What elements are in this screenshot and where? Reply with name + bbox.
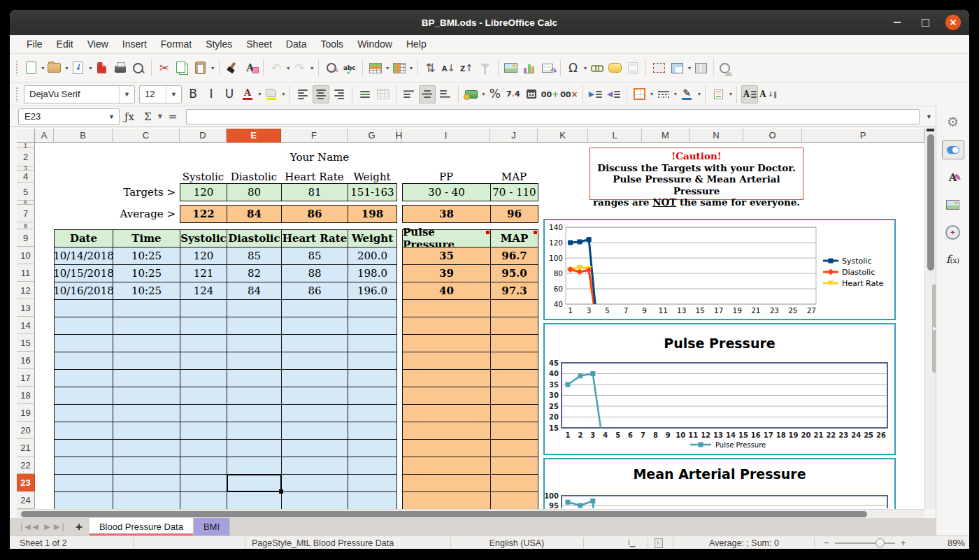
cell-F20[interactable]	[281, 422, 348, 440]
gallery-icon[interactable]	[943, 196, 964, 214]
new-document-dropdown-icon[interactable]: ▼	[41, 66, 45, 71]
cell-E23[interactable]	[227, 474, 282, 492]
cell-C22[interactable]	[113, 457, 180, 475]
select-all-corner[interactable]	[17, 129, 35, 143]
cell-D20[interactable]	[180, 422, 227, 440]
last-sheet-icon[interactable]: ▶❘	[54, 522, 64, 531]
pivot-table-icon[interactable]	[539, 59, 556, 77]
cell-E18[interactable]	[227, 387, 282, 405]
cell-targets-label[interactable]: Targets >	[113, 183, 180, 201]
spreadsheet-grid[interactable]: ABCDEFGHIJKLMNOP123456789101112131415161…	[17, 128, 924, 509]
border-style-icon[interactable]	[655, 85, 672, 103]
cell-D16[interactable]	[180, 352, 227, 370]
menu-insert[interactable]: Insert	[115, 38, 154, 50]
cell-C18[interactable]	[113, 387, 180, 405]
cell-target-I5[interactable]: 30 - 40	[402, 183, 491, 201]
undo-dropdown-icon[interactable]: ▼	[286, 66, 291, 71]
cell-J24[interactable]	[490, 491, 538, 509]
cell-J17[interactable]	[490, 369, 538, 387]
cell-F19[interactable]	[281, 404, 348, 422]
insert-column-dropdown-icon[interactable]: ▼	[409, 66, 414, 71]
clear-formatting-icon[interactable]: A	[242, 59, 259, 77]
cell-B19[interactable]	[54, 404, 113, 422]
cell-F12[interactable]: 86	[281, 282, 348, 300]
cell-E22[interactable]	[227, 457, 282, 475]
number-format-icon[interactable]: 7.4	[505, 85, 522, 103]
row-header-22[interactable]: 22	[17, 457, 35, 474]
insert-image-icon[interactable]	[503, 59, 520, 77]
cell-metric-label-E4[interactable]: Diastolic	[227, 171, 281, 183]
cell-C17[interactable]	[113, 369, 180, 387]
functions-icon[interactable]: f(x)	[943, 250, 964, 268]
split-window-icon[interactable]	[692, 59, 709, 77]
column-header-O[interactable]: O	[743, 129, 802, 143]
horizontal-scrollbar-thumb[interactable]	[21, 511, 867, 517]
cell-metric-label-G4[interactable]: Weight	[348, 171, 396, 183]
pulse-pressure-chart[interactable]: Pulse Pressure15202530354045123456789101…	[543, 323, 896, 455]
cell-G10[interactable]: 200.0	[348, 247, 397, 265]
zoom-out-icon[interactable]: −	[824, 536, 829, 549]
properties-icon[interactable]	[942, 140, 964, 159]
column-header-D[interactable]: D	[180, 129, 227, 143]
redo-dropdown-icon[interactable]: ▼	[310, 66, 315, 71]
cell-I20[interactable]	[402, 422, 491, 440]
sort-icon[interactable]: ⇅	[422, 59, 439, 77]
cell-B21[interactable]	[54, 439, 113, 457]
table-header-systolic[interactable]: Systolic	[180, 229, 227, 247]
maximize-button[interactable]	[917, 15, 933, 30]
cell-J18[interactable]	[490, 387, 538, 405]
navigator-icon[interactable]: ✦	[943, 223, 964, 241]
cell-D24[interactable]	[180, 491, 227, 509]
row-header-18[interactable]: 18	[17, 387, 35, 404]
equals-icon[interactable]: =	[164, 110, 183, 123]
currency-format-icon[interactable]	[463, 85, 480, 103]
borders-dropdown-icon[interactable]: ▼	[650, 92, 655, 96]
cell-F24[interactable]	[281, 491, 348, 509]
close-button[interactable]	[945, 15, 961, 30]
cell-B15[interactable]	[54, 334, 113, 352]
cell-average-label[interactable]: Average >	[113, 205, 180, 222]
cell-G12[interactable]: 196.0	[348, 282, 397, 300]
conditional-formatting-icon[interactable]	[710, 85, 727, 103]
cell-G17[interactable]	[348, 369, 397, 387]
cell-J19[interactable]	[490, 404, 538, 422]
cell-E24[interactable]	[227, 491, 282, 509]
row-header-4[interactable]: 4	[17, 171, 35, 183]
cell-C21[interactable]	[113, 439, 180, 457]
cell-E19[interactable]	[227, 404, 282, 422]
sort-ascending-icon[interactable]: A↓	[441, 59, 457, 77]
cell-G13[interactable]	[348, 299, 397, 317]
copy-icon[interactable]	[174, 59, 191, 77]
cell-J23[interactable]	[490, 474, 538, 492]
cell-B17[interactable]	[54, 369, 113, 387]
minimize-button[interactable]	[889, 15, 905, 30]
add-sheet-button[interactable]: +	[69, 518, 90, 536]
cell-target-F5[interactable]: 81	[281, 183, 348, 201]
cell-J12[interactable]: 97.3	[490, 282, 538, 300]
cell-B18[interactable]	[54, 387, 113, 405]
vertical-scrollbar-thumb[interactable]	[927, 134, 934, 271]
add-decimal-icon[interactable]: 00+	[541, 85, 559, 103]
cell-F16[interactable]	[281, 352, 348, 370]
align-center-icon[interactable]	[313, 85, 329, 103]
table-header-map[interactable]: MAP	[490, 229, 538, 247]
cell-J11[interactable]: 95.0	[490, 264, 538, 282]
cell-I14[interactable]	[402, 317, 491, 335]
row-header-1[interactable]: 1	[17, 143, 35, 148]
cell-metric-label-F4[interactable]: Heart Rate	[281, 171, 348, 183]
cell-B23[interactable]	[54, 474, 113, 492]
table-header-time[interactable]: Time	[113, 229, 180, 247]
selection-mode-icon[interactable]: I▁	[628, 536, 635, 549]
row-header-17[interactable]: 17	[17, 369, 35, 387]
cell-B24[interactable]	[54, 491, 113, 509]
cell-D22[interactable]	[180, 457, 227, 475]
date-format-icon[interactable]	[523, 85, 540, 103]
styles-icon[interactable]: A	[943, 168, 964, 187]
paste-dropdown-icon[interactable]: ▼	[210, 66, 215, 71]
cell-C10[interactable]: 10:25	[113, 247, 180, 265]
cell-J15[interactable]	[490, 334, 538, 352]
borders-icon[interactable]	[631, 85, 648, 103]
highlight-color-icon[interactable]	[263, 85, 280, 103]
language-status[interactable]: English (USA)	[457, 536, 576, 549]
cell-E13[interactable]	[227, 299, 282, 317]
